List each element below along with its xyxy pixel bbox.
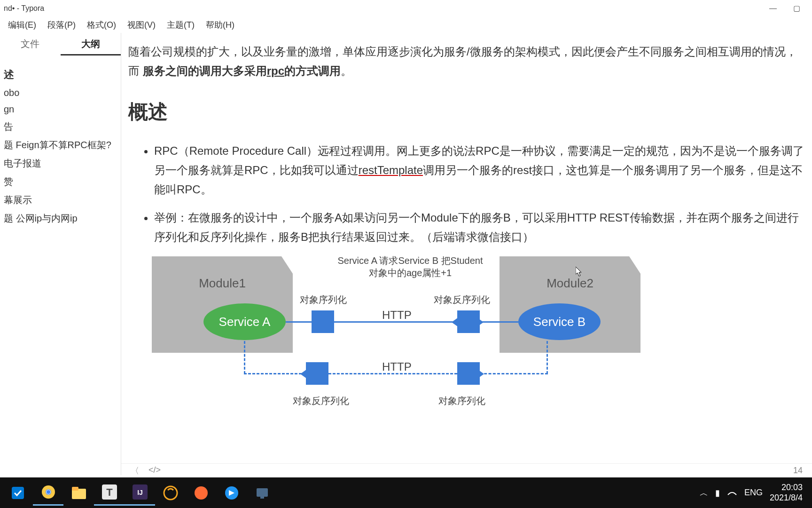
task-chrome-icon[interactable] [33,480,63,506]
window-title: nd• - Typora [4,4,768,13]
svg-rect-14 [257,488,268,497]
arrow-head-icon [300,369,307,379]
list-item: RPC（Remote Procedure Call）远程过程调用。网上更多的说法… [154,142,805,199]
tray-clock[interactable]: 20:03 2021/8/4 [770,483,803,503]
heading-overview: 概述 [128,95,805,128]
outline-item[interactable]: 幕展示 [0,191,121,209]
task-typora-icon[interactable]: T [94,480,125,506]
task-app-icon[interactable] [186,480,216,506]
intro-paragraph: 随着公司规模的扩大，以及业务量的激增，单体应用逐步演化为服务/微服务的架构模式，… [128,42,805,81]
task-app-icon[interactable] [2,480,33,506]
svg-text:T: T [106,486,113,498]
diagram-caption: Service A 请求Service B 把Student对象中的age属性+… [337,254,483,279]
dashed-line [244,373,306,374]
task-app-icon[interactable] [247,480,277,506]
outline-item[interactable]: 述 [0,65,121,85]
status-right: 14 [793,466,803,476]
task-app-icon[interactable] [155,480,186,506]
arrow-line [334,321,457,323]
module1-label: Module1 [199,273,246,294]
task-explorer-icon[interactable] [63,480,94,506]
outline-item[interactable]: 赞 [0,173,121,191]
tray-network-icon[interactable] [727,486,737,499]
serialize-box-2 [457,362,480,385]
outline-item[interactable]: 题 Feign算不算RPC框架? [0,136,121,154]
menu-format[interactable]: 格式(O) [81,17,122,32]
back-button[interactable]: 〈 [131,465,139,476]
outline-list: 述 obo gn 告 题 Feign算不算RPC框架? 电子报道 赞 幕展示 题… [0,56,121,475]
content-list: RPC（Remote Procedure Call）远程过程调用。网上更多的说法… [128,142,805,247]
sidebar: 文件 大纲 述 obo gn 告 题 Feign算不算RPC框架? 电子报道 赞… [0,33,121,475]
outline-item[interactable]: 告 [0,118,121,136]
module2-label: Module2 [547,273,593,294]
dashed-line [244,341,245,374]
minimize-button[interactable]: — [768,4,778,13]
source-code-button[interactable]: </> [148,465,161,476]
outline-item[interactable]: 电子报道 [0,154,121,173]
menu-theme[interactable]: 主题(T) [161,17,200,32]
svg-rect-15 [260,497,264,499]
svg-point-12 [195,486,208,500]
main-area: 文件 大纲 述 obo gn 告 题 Feign算不算RPC框架? 电子报道 赞… [0,33,812,475]
tab-outline[interactable]: 大纲 [61,33,121,56]
menu-help[interactable]: 帮助(H) [200,17,240,32]
svg-rect-6 [72,487,78,491]
system-tray: ︿ ▮ ENG 20:03 2021/8/4 [700,483,810,503]
menu-paragraph[interactable]: 段落(P) [42,17,81,32]
outline-item[interactable]: 题 公网ip与内网ip [0,209,121,228]
task-intellij-icon[interactable]: IJ [125,480,155,506]
arrow-head-icon [477,318,484,327]
menu-view[interactable]: 视图(V) [122,17,161,32]
maximize-button[interactable]: ▢ [792,4,801,13]
tray-battery-icon[interactable]: ▮ [715,488,720,498]
serialize-box [312,310,334,333]
tray-chevron-up-icon[interactable]: ︿ [700,487,708,499]
svg-text:IJ: IJ [137,489,143,496]
deserialize-box [457,310,480,333]
serialize-label: 对象序列化 [300,292,347,308]
task-app-icon[interactable] [216,480,247,506]
svg-point-4 [47,490,50,494]
arrow-head-icon [477,369,484,379]
architecture-diagram: Module1 Module2 Service A Service B Serv… [152,256,669,407]
arrow-head-icon [452,318,458,327]
window-controls: — ▢ [768,4,808,13]
arrow-line [286,321,312,323]
dashed-line [480,373,548,374]
menubar: 编辑(E) 段落(P) 格式(O) 视图(V) 主题(T) 帮助(H) [0,16,812,33]
outline-item[interactable]: obo [0,85,121,101]
taskbar: T IJ ︿ ▮ ENG 20:03 2021/8/4 [0,477,812,508]
status-bar: 〈 </> 14 [121,463,812,477]
service-a-oval: Service A [203,303,286,340]
sidebar-tabs: 文件 大纲 [0,33,121,56]
tab-files[interactable]: 文件 [0,33,61,56]
deserialize-label-2: 对象反序列化 [293,393,349,409]
list-item: 举例：在微服务的设计中，一个服务A如果访问另一个Module下的服务B，可以采用… [154,208,805,247]
service-b-oval: Service B [518,303,601,340]
dashed-line [328,373,457,374]
document-content: 随着公司规模的扩大，以及业务量的激增，单体应用逐步演化为服务/微服务的架构模式，… [128,33,805,416]
tray-ime[interactable]: ENG [744,488,763,498]
module1-box: Module1 [152,256,293,353]
titlebar: nd• - Typora — ▢ [0,0,812,16]
outline-item[interactable]: gn [0,101,121,118]
deserialize-box-2 [306,362,328,385]
menu-edit[interactable]: 编辑(E) [2,17,42,32]
svg-rect-0 [12,487,24,499]
deserialize-label: 对象反序列化 [434,292,490,308]
serialize-label-2: 对象序列化 [438,393,485,409]
editor[interactable]: 随着公司规模的扩大，以及业务量的激增，单体应用逐步演化为服务/微服务的架构模式，… [121,33,812,475]
arrow-line [480,321,518,323]
dashed-line [547,341,548,374]
